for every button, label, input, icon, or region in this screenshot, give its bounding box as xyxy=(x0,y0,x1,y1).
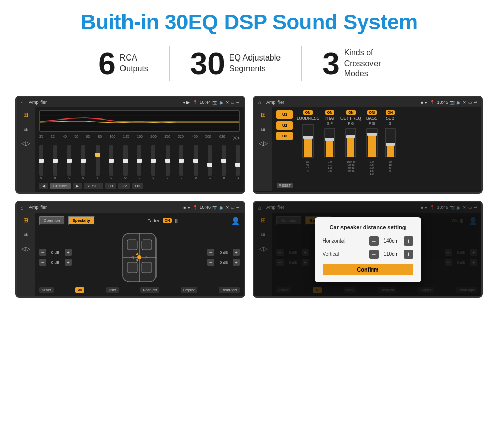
crossover-status-title: Amplifier xyxy=(266,100,418,105)
rearleft-label: RearLeft xyxy=(140,287,159,293)
crossover-time: 10:45 xyxy=(437,100,448,105)
eq-slider-1[interactable]: 0 xyxy=(53,145,57,180)
sidebar-wave-icon-3[interactable]: ≋ xyxy=(23,231,28,238)
eq-u1-button[interactable]: U1 xyxy=(105,183,116,189)
rr-db-value: 0 dB xyxy=(216,260,231,265)
stat-crossover-number: 3 xyxy=(322,48,339,79)
eq-slider-13[interactable]: 0 xyxy=(222,145,226,180)
camera-icon-2: 📷 xyxy=(450,100,455,105)
copilot-button[interactable]: Copilot xyxy=(181,287,197,293)
eq-slider-5[interactable]: 0 xyxy=(109,145,113,180)
svg-rect-13 xyxy=(368,134,376,157)
eq-slider-11[interactable]: 0 xyxy=(194,145,198,180)
eq-slider-12[interactable]: -1 xyxy=(208,145,212,180)
phat-on-badge[interactable]: ON xyxy=(325,110,335,115)
crossover-channels: ON LOUDNESS 6432160 xyxy=(297,110,477,188)
eq-slider-8[interactable]: 0 xyxy=(151,145,155,180)
fader-screen: ⌂ Amplifier ■ ● 📍 10:46 📷 🔈 ✕ ▭ ↩ ⊞ ≋ ◁▷ xyxy=(15,201,245,298)
vertical-minus-button[interactable]: − xyxy=(369,250,379,259)
channel-bass: ON BASS F G 3.02.52.01.51.0 xyxy=(364,110,380,175)
preset-u1-button[interactable]: U1 xyxy=(276,110,293,119)
eq-dot1: ● ▶ xyxy=(183,100,190,105)
user-button[interactable]: User xyxy=(106,287,119,293)
preset-u2-button[interactable]: U2 xyxy=(276,121,293,130)
eq-sidebar: ⊞ ≋ ◁▷ xyxy=(17,107,35,192)
bass-subtitle: F G xyxy=(369,122,375,125)
horizontal-minus-button[interactable]: − xyxy=(369,236,379,246)
eq-u2-button[interactable]: U2 xyxy=(118,183,130,189)
svg-rect-11 xyxy=(346,135,355,138)
back-icon-2[interactable]: ↩ xyxy=(474,100,477,105)
common-tab[interactable]: Common xyxy=(39,216,65,225)
sidebar-wave-icon[interactable]: ≋ xyxy=(23,126,28,133)
sidebar-speaker-icon-3[interactable]: ◁▷ xyxy=(21,245,30,252)
fr-plus-button[interactable]: + xyxy=(233,249,240,256)
eq-custom-button[interactable]: Custom xyxy=(50,183,71,189)
sub-on-badge[interactable]: ON xyxy=(386,110,395,115)
eq-slider-6[interactable]: 0 xyxy=(123,145,128,180)
rr-plus-button[interactable]: + xyxy=(233,259,240,266)
sidebar-eq-icon[interactable]: ⊞ xyxy=(23,111,28,118)
back-icon-3[interactable]: ↩ xyxy=(236,205,240,210)
fader-on-badge[interactable]: ON xyxy=(163,218,172,223)
fl-plus-button[interactable]: + xyxy=(65,249,72,256)
dialog-overlay: Car speaker distance setting Horizontal … xyxy=(254,202,481,296)
sidebar-wave-icon-2[interactable]: ≋ xyxy=(261,126,266,133)
svg-text:▼: ▼ xyxy=(135,258,139,263)
confirm-button[interactable]: Confirm xyxy=(323,264,413,275)
crossover-reset-button[interactable]: RESET xyxy=(277,183,293,188)
eq-slider-14[interactable]: -1 xyxy=(236,145,240,180)
home-icon-2[interactable]: ⌂ xyxy=(258,100,261,105)
fr-minus-button[interactable]: − xyxy=(207,249,214,256)
eq-sliders: 0 0 0 0 xyxy=(39,144,240,180)
eq-slider-3[interactable]: 0 xyxy=(81,145,85,180)
phat-subtitle: G F xyxy=(327,122,333,125)
fader-profile-icon[interactable]: 👤 xyxy=(231,217,240,225)
rr-minus-button[interactable]: − xyxy=(207,259,214,266)
horizontal-value: 140cm xyxy=(382,238,401,244)
home-icon-3[interactable]: ⌂ xyxy=(21,205,24,211)
fl-minus-button[interactable]: − xyxy=(39,249,46,256)
eq-prev-button[interactable]: ◀ xyxy=(39,183,48,189)
horizontal-label: Horizontal xyxy=(323,238,366,244)
eq-expand-icon[interactable]: >> xyxy=(233,135,240,142)
bass-on-badge[interactable]: ON xyxy=(367,110,377,115)
back-icon[interactable]: ↩ xyxy=(236,100,240,105)
eq-slider-2[interactable]: 0 xyxy=(67,145,71,180)
eq-slider-9[interactable]: 0 xyxy=(166,145,170,180)
eq-slider-0[interactable]: 0 xyxy=(39,145,43,180)
eq-slider-4[interactable]: 5 xyxy=(96,145,100,180)
rl-plus-button[interactable]: + xyxy=(65,259,72,266)
svg-text:▷: ▷ xyxy=(145,255,148,259)
fader-time: 10:46 xyxy=(199,205,211,210)
sub-label: SUB xyxy=(386,116,394,121)
sidebar-speaker-icon[interactable]: ◁▷ xyxy=(21,140,30,147)
sub-subtitle: G xyxy=(389,122,391,125)
svg-rect-21 xyxy=(127,262,137,273)
driver-button[interactable]: Driver xyxy=(39,287,54,293)
loudness-on-badge[interactable]: ON xyxy=(303,110,313,115)
eq-next-button[interactable]: ▶ xyxy=(73,183,82,189)
eq-slider-7[interactable]: 0 xyxy=(137,145,141,180)
sidebar-eq-icon-2[interactable]: ⊞ xyxy=(261,111,266,118)
all-button[interactable]: All xyxy=(75,287,84,293)
vertical-plus-button[interactable]: + xyxy=(404,250,413,259)
svg-rect-7 xyxy=(326,139,333,157)
eq-status-title: Amplifier xyxy=(29,100,180,105)
fader-label: Fader xyxy=(147,218,160,223)
rl-minus-button[interactable]: − xyxy=(39,259,46,266)
window-icon-2: ▭ xyxy=(468,100,472,105)
sidebar-eq-icon-3[interactable]: ⊞ xyxy=(23,217,28,224)
specialty-tab[interactable]: Specialty xyxy=(68,216,95,225)
horizontal-plus-button[interactable]: + xyxy=(404,236,413,246)
sidebar-speaker-icon-2[interactable]: ◁▷ xyxy=(259,140,268,147)
cutfreq-on-badge[interactable]: ON xyxy=(346,110,356,115)
svg-text:▲: ▲ xyxy=(135,251,139,256)
preset-u3-button[interactable]: U3 xyxy=(276,132,293,140)
fader-sidebar: ⊞ ≋ ◁▷ xyxy=(17,213,35,296)
home-icon[interactable]: ⌂ xyxy=(21,100,24,105)
eq-u3-button[interactable]: U3 xyxy=(132,183,143,189)
eq-screen: ⌂ Amplifier ● ▶ 📍 10:44 📷 🔈 ✕ ▭ ↩ ⊞ ≋ ◁▷ xyxy=(15,96,245,194)
eq-slider-10[interactable]: 0 xyxy=(179,145,183,180)
eq-reset-button[interactable]: RESET xyxy=(84,183,104,189)
